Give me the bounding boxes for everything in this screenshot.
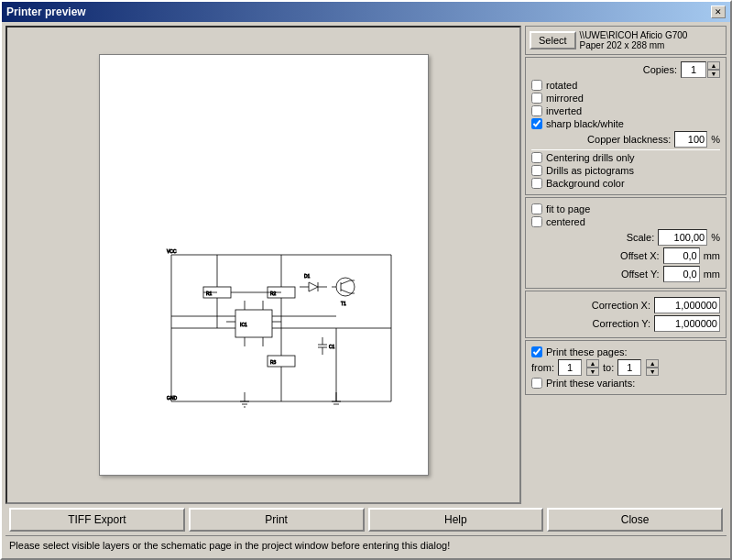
copies-spinner: ▲ ▼ [681,61,720,78]
inverted-row: inverted [531,105,720,116]
rotated-checkbox[interactable] [531,80,542,91]
scale-section: fit to page centered Scale: % Offset X: [525,197,727,289]
svg-text:VCC: VCC [167,248,177,254]
offset-x-unit: mm [704,250,720,261]
to-down-button[interactable]: ▼ [646,368,659,376]
centered-row: centered [531,216,720,227]
fit-to-page-checkbox[interactable] [531,203,542,214]
inverted-checkbox[interactable] [531,105,542,116]
help-button[interactable]: Help [368,508,544,532]
printer-select-row: Select \\UWE\RICOH Aficio G700 Paper 202… [525,26,727,55]
correction-y-row: Correction Y: [531,315,720,332]
close-button[interactable]: Close [547,508,723,532]
copies-down-button[interactable]: ▼ [707,70,720,78]
offset-x-input[interactable] [663,247,700,264]
printer-name: \\UWE\RICOH Aficio G700 [580,30,722,40]
svg-text:T1: T1 [341,301,346,306]
drills-pictograms-label: Drills as pictograms [546,165,634,176]
inverted-label: inverted [546,105,582,116]
status-bar: Please select visible layers or the sche… [5,535,727,555]
from-input[interactable] [558,359,582,376]
tiff-export-button[interactable]: TIFF Export [9,508,185,532]
copies-up-button[interactable]: ▲ [707,61,720,70]
from-down-button[interactable]: ▼ [586,368,599,376]
copies-label: Copies: [643,64,677,75]
schematic-diagram: R1 R2 R3 C1 [162,236,400,420]
page-range-row: from: ▲ ▼ to: ▲ ▼ [531,359,720,376]
pages-section: Print these pages: from: ▲ ▼ to: ▲ [525,340,727,395]
print-pages-row: Print these pages: [531,346,720,357]
background-color-checkbox[interactable] [531,178,542,189]
copies-input[interactable] [681,61,706,78]
title-bar: Printer preview ✕ [2,2,730,22]
from-up-button[interactable]: ▲ [586,359,599,368]
svg-text:GND: GND [167,395,178,401]
offset-x-row: Offset X: mm [531,247,720,264]
to-spinner-buttons: ▲ ▼ [646,359,659,376]
scale-input[interactable] [658,229,707,246]
fit-to-page-row: fit to page [531,203,720,214]
action-buttons-row: TIFF Export Print Help Close [5,504,727,535]
rotated-label: rotated [546,80,577,91]
correction-y-input[interactable] [654,315,720,332]
offset-y-row: Offset Y: mm [531,266,720,282]
options-section: Copies: ▲ ▼ rotated [525,57,727,195]
window-title: Printer preview [6,5,86,18]
centering-drills-checkbox[interactable] [531,152,542,163]
rotated-row: rotated [531,80,720,91]
svg-marker-29 [309,282,318,291]
print-pages-label: Print these pages: [546,346,628,357]
mirrored-row: mirrored [531,93,720,104]
print-variants-row: Print these variants: [531,378,720,389]
svg-text:R3: R3 [270,359,277,365]
scale-unit: % [711,232,720,243]
blackness-row: Copper blackness: % [531,131,720,148]
to-input[interactable] [617,359,641,376]
svg-text:R1: R1 [206,291,213,296]
print-variants-label: Print these variants: [546,378,635,389]
select-printer-button[interactable]: Select [530,31,576,49]
divider-1 [531,149,720,150]
printer-info: \\UWE\RICOH Aficio G700 Paper 202 x 288 … [580,30,722,50]
drills-pictograms-checkbox[interactable] [531,165,542,176]
from-spinner-buttons: ▲ ▼ [586,359,599,376]
print-pages-checkbox[interactable] [531,346,542,357]
correction-x-input[interactable] [654,297,720,313]
offset-x-label: Offset X: [620,250,660,261]
print-button[interactable]: Print [189,508,365,532]
correction-x-label: Correction X: [592,300,650,311]
centered-checkbox[interactable] [531,216,542,227]
fit-to-page-label: fit to page [546,203,590,214]
background-color-row: Background color [531,178,720,189]
to-up-button[interactable]: ▲ [646,359,659,368]
right-panel: Select \\UWE\RICOH Aficio G700 Paper 202… [525,26,727,504]
offset-y-input[interactable] [663,266,700,282]
correction-section: Correction X: Correction Y: [525,291,727,338]
preview-area: R1 R2 R3 C1 [5,26,521,504]
scale-label: Scale: [627,232,655,243]
copies-spinner-buttons: ▲ ▼ [707,61,720,78]
background-color-label: Background color [546,178,625,189]
sharp-bw-checkbox[interactable] [531,118,542,129]
svg-text:C1: C1 [329,344,335,349]
mirrored-checkbox[interactable] [531,93,542,104]
svg-text:IC1: IC1 [240,322,247,327]
correction-x-row: Correction X: [531,297,720,313]
drills-pictograms-row: Drills as pictograms [531,165,720,176]
scale-row: Scale: % [531,229,720,246]
centering-drills-label: Centering drills only [546,152,635,163]
page-preview: R1 R2 R3 C1 [99,54,429,476]
offset-y-unit: mm [704,269,720,280]
print-variants-checkbox[interactable] [531,378,542,389]
copper-blackness-input[interactable] [674,131,707,148]
correction-y-label: Correction Y: [593,318,650,329]
to-label: to: [603,362,614,373]
status-text: Please select visible layers or the sche… [9,540,450,551]
svg-text:D1: D1 [304,273,311,279]
mirrored-label: mirrored [546,93,584,104]
offset-y-label: Offset Y: [621,269,660,280]
centering-drills-row: Centering drills only [531,152,720,163]
from-label: from: [531,362,554,373]
printer-preview-window: Printer preview ✕ [0,0,732,560]
close-window-button[interactable]: ✕ [711,5,726,18]
